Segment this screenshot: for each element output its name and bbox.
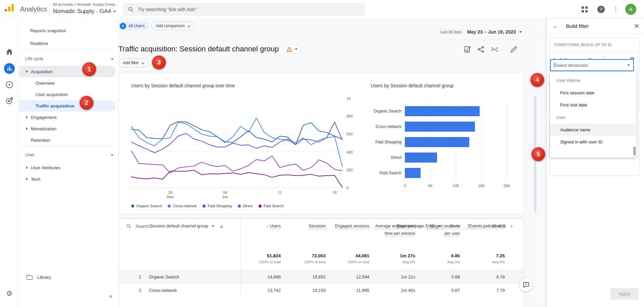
row-number: 2 [139, 288, 149, 293]
rows-per-page-select[interactable]: 10 [428, 223, 443, 229]
sidebar-item-traffic-acquisition[interactable]: Traffic acquisition [19, 100, 116, 112]
avatar[interactable]: A [625, 4, 636, 15]
legend-item[interactable]: Cross-network [168, 204, 197, 208]
expand-toggle[interactable] [23, 127, 31, 130]
add-filter-button[interactable]: Add filter + [118, 58, 149, 67]
sidebar-item-reports-snapshot[interactable]: Reports snapshot [19, 24, 118, 37]
add-comparison-button[interactable]: Add comparison + [151, 21, 195, 30]
row-number: 1 [139, 274, 149, 279]
totals-cell: 0.85Avg 0% [419, 251, 463, 270]
bar-track [405, 152, 437, 163]
metric-cell: 19,652 [284, 270, 329, 283]
legend-item[interactable]: Paid Shopping [203, 204, 232, 208]
line-series-direct [131, 151, 342, 173]
goto-page-input[interactable]: 1 [464, 223, 474, 229]
sidebar-item-monetization[interactable]: Monetization [19, 123, 116, 134]
table-row[interactable]: 1Organic Search14,69619,65212,5941m 21s0… [119, 270, 524, 283]
advertising-icon[interactable] [5, 97, 13, 105]
legend-item[interactable]: Organic Search [131, 204, 162, 208]
chevron-down-icon [25, 71, 28, 73]
collapse-drawer-icon[interactable]: « [109, 293, 112, 300]
line-chart: 02004006008001K28May04Jun1118 [131, 96, 356, 201]
apps-grid-icon[interactable] [580, 5, 589, 14]
data-quality-indicator[interactable] [283, 44, 301, 54]
sidebar-item-tech[interactable]: Tech [19, 173, 116, 185]
sidebar-item-acquisition[interactable]: Acquisition [19, 66, 116, 77]
metric-cell: 7.79 [463, 284, 508, 297]
bar[interactable] [405, 152, 437, 163]
help-icon[interactable]: ? [596, 5, 606, 14]
bar[interactable] [405, 168, 421, 178]
totals-cell: 7.25Avg 0% [463, 251, 508, 270]
bar-row: Cross-network [371, 119, 518, 134]
table-row[interactable]: 2Cross-network13,74219,15011,9951m 40s0.… [119, 283, 524, 297]
settings-gear-icon[interactable]: ⚙ [5, 290, 13, 298]
expand-toggle[interactable] [23, 71, 31, 73]
legend-dot [259, 205, 262, 208]
dropdown-option-audience-name[interactable]: Audience name [550, 124, 636, 136]
date-range-picker[interactable]: Last 28 days May 23 – Jun 19, 2023 [438, 29, 522, 35]
sidebar-item-overview[interactable]: Overview [19, 77, 116, 89]
search-placeholder: Try searching "link with Ads" [138, 7, 197, 12]
table-search-input[interactable]: Search... [119, 223, 397, 229]
search-icon [126, 223, 131, 229]
annotation-badge-5: 5 [532, 147, 545, 161]
home-icon[interactable] [5, 48, 13, 56]
breadcrumb[interactable]: All accounts > Nomadic Supply Comp... [53, 2, 118, 6]
share-icon[interactable] [477, 46, 485, 53]
customize-report-icon[interactable] [464, 46, 471, 53]
explore-icon[interactable] [5, 81, 13, 89]
sidebar-item-realtime[interactable]: Realtime [19, 37, 118, 50]
divider [49, 3, 49, 15]
search-input[interactable]: Try searching "link with Ads" [123, 3, 365, 16]
logo-bar [8, 7, 10, 11]
totals-subvalue: Avg 0% [463, 260, 505, 264]
bar-row: Paid Shopping [371, 134, 518, 150]
legend-item[interactable]: Paid Search [259, 204, 284, 208]
sidebar-section-life-cycle[interactable]: Life cycle [19, 51, 118, 66]
totals-value: 72,003 [284, 253, 326, 258]
feedback-button[interactable] [519, 278, 533, 292]
more-menu-icon[interactable]: ⋮ [611, 5, 621, 14]
line-chart-title: Users by Session default channel group o… [131, 83, 235, 88]
legend-item[interactable]: Direct [238, 204, 253, 208]
dropdown-group-user-lifetime: User lifetime [550, 74, 636, 87]
sidebar-item-user-attributes[interactable]: User Attributes [19, 162, 116, 173]
expand-toggle[interactable] [23, 166, 31, 169]
sidebar-item-library[interactable]: Library [26, 275, 51, 280]
select-dimension-combobox[interactable]: Select dimension [550, 59, 634, 71]
dropdown-scrollbar[interactable] [633, 147, 636, 156]
next-page-icon[interactable]: › [509, 223, 515, 229]
property-selector[interactable]: Nomadic Supply - GA4 [53, 8, 116, 15]
sidebar-item-label: Tech [31, 177, 41, 182]
sidebar-item-label: Overview [36, 81, 54, 86]
close-icon[interactable]: ✕ [634, 22, 639, 30]
bar[interactable] [405, 137, 469, 147]
apply-button[interactable]: Apply [610, 288, 639, 300]
y-axis-tick-label: 200 [346, 168, 353, 172]
expand-toggle[interactable] [23, 116, 31, 119]
segment-chip-all-users[interactable]: A All Users [118, 21, 149, 30]
y-axis-tick-label: 1K [346, 96, 351, 100]
sidebar-item-user-acquisition[interactable]: User acquisition [19, 89, 116, 100]
x-axis-tick-label: 18 [333, 190, 337, 194]
dropdown-option-signed-in-with-user-id[interactable]: Signed in with user ID [550, 136, 636, 148]
back-arrow-icon[interactable]: ← [552, 23, 558, 30]
x-axis-tick-sublabel: May [167, 195, 174, 199]
bar[interactable] [405, 122, 475, 132]
expand-toggle[interactable] [23, 178, 31, 180]
segment-label: All Users [128, 24, 145, 28]
sidebar-item-engagement[interactable]: Engagement [19, 112, 116, 123]
bar[interactable] [405, 106, 480, 116]
sidebar-section-user[interactable]: User [19, 147, 118, 162]
reports-icon[interactable] [4, 63, 15, 74]
dropdown-option-first-visit-date[interactable]: First visit date [550, 99, 636, 111]
sidebar-item-retention[interactable]: Retention [19, 134, 116, 146]
dropdown-option-first-session-date[interactable]: First session date [550, 87, 636, 99]
edit-pencil-icon[interactable] [510, 46, 517, 53]
property-name: Nomadic Supply - GA4 [53, 8, 111, 15]
insights-icon[interactable] [491, 46, 499, 53]
totals-subvalue: 100% of total [284, 260, 326, 264]
analytics-logo-icon[interactable] [5, 4, 14, 11]
prev-page-icon[interactable]: ‹ [480, 223, 485, 229]
